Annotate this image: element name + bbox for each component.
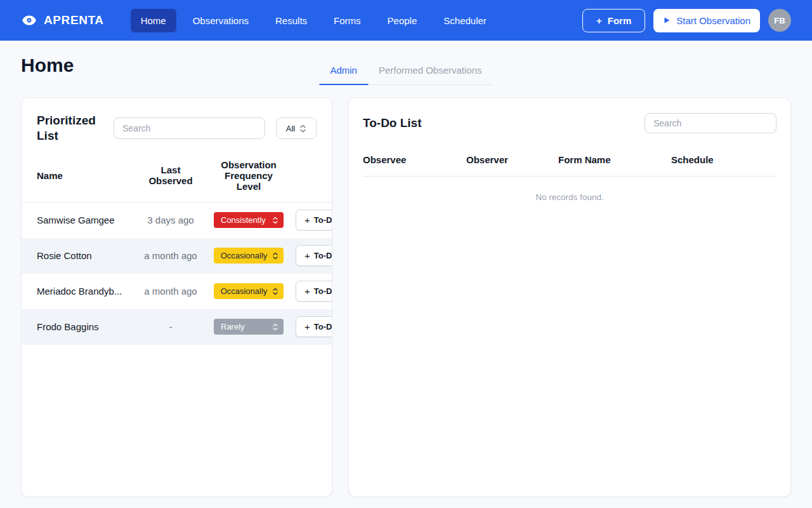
plus-icon: + [304,322,310,331]
column-header-name: Name [37,170,135,181]
start-observation-button[interactable]: Start Observation [653,9,760,32]
frequency-badge-select[interactable]: Occasionally [214,283,284,299]
add-form-button[interactable]: + Form [582,9,645,32]
table-row: Samwise Gamgee 3 days ago Consistently +… [22,203,332,238]
chevron-up-down-icon [272,323,278,331]
user-avatar[interactable]: FB [768,9,791,32]
main-content: Prioritized List All Name Last Observed [0,97,812,497]
nav-item-forms[interactable]: Forms [324,9,371,32]
todo-list-title: To-Do List [363,116,422,130]
main-nav: Home Observations Results Forms People S… [131,9,497,32]
column-header-frequency: Observation Frequency Level [206,159,291,192]
todo-list-header: To-Do List [363,113,776,133]
tab-performed-observations[interactable]: Performed Observations [368,58,493,84]
frequency-badge-select[interactable]: Rarely [214,319,284,335]
add-todo-button[interactable]: + To-Do [296,316,332,337]
add-todo-button[interactable]: + To-Do [296,210,332,231]
last-observed-value: - [135,321,206,332]
add-todo-button[interactable]: + To-Do [296,281,332,302]
add-todo-button[interactable]: + To-Do [296,245,332,266]
nav-item-results[interactable]: Results [265,9,317,32]
observee-name: Rosie Cotton [37,250,135,261]
tab-admin[interactable]: Admin [319,58,368,85]
todo-table-header: Observee Observer Form Name Schedule [363,154,776,177]
prioritized-table-header: Name Last Observed Observation Frequency… [22,159,332,203]
aprenta-logo-icon [21,12,37,29]
frequency-badge-select[interactable]: Occasionally [214,248,284,264]
plus-icon: + [596,15,602,26]
column-header-schedule: Schedule [671,154,776,165]
table-row: Rosie Cotton a month ago Occasionally + … [22,238,332,274]
column-header-observee: Observee [363,154,466,165]
prioritized-list-card: Prioritized List All Name Last Observed [21,97,332,497]
plus-icon: + [304,251,310,260]
chevron-up-down-icon [272,252,278,260]
column-header-observer: Observer [466,154,558,165]
nav-item-home[interactable]: Home [131,9,176,32]
page-title: Home [21,55,74,76]
chevron-up-down-icon [299,124,306,133]
page-header: Home Admin Performed Observations [0,41,812,97]
view-tabs: Admin Performed Observations [319,58,492,85]
navbar-actions: + Form Start Observation FB [582,9,791,32]
observee-name: Frodo Baggins [37,321,135,332]
column-header-form-name: Form Name [558,154,671,165]
brand-name: APRENTA [44,13,104,27]
prioritized-list-title: Prioritized List [37,113,103,144]
chevron-up-down-icon [272,288,278,295]
nav-item-observations[interactable]: Observations [183,9,259,32]
empty-state-message: No records found. [363,192,776,202]
last-observed-value: a month ago [135,250,206,261]
observee-name: Meriadoc Brandyb... [37,286,135,297]
play-icon [663,17,671,24]
frequency-filter-select[interactable]: All [276,117,317,139]
todo-search-input[interactable] [645,113,776,133]
last-observed-value: 3 days ago [135,215,206,225]
table-row: Frodo Baggins - Rarely + To-Do [22,309,332,345]
brand-logo[interactable]: APRENTA [21,12,104,29]
table-row: Meriadoc Brandyb... a month ago Occasion… [22,274,332,309]
plus-icon: + [304,286,310,296]
plus-icon: + [304,215,310,225]
chevron-up-down-icon [272,217,278,224]
todo-list-card: To-Do List Observee Observer Form Name S… [348,97,791,497]
nav-item-scheduler[interactable]: Scheduler [433,9,497,32]
frequency-badge-select[interactable]: Consistently [214,212,284,228]
nav-item-people[interactable]: People [377,9,428,32]
column-header-last-observed: Last Observed [135,164,206,186]
prioritized-table-body: Samwise Gamgee 3 days ago Consistently +… [22,203,332,345]
prioritized-list-header: Prioritized List All [37,113,317,144]
top-navbar: APRENTA Home Observations Results Forms … [0,0,812,41]
observee-name: Samwise Gamgee [37,215,135,225]
prioritized-search-input[interactable] [114,117,265,139]
last-observed-value: a month ago [135,286,206,297]
